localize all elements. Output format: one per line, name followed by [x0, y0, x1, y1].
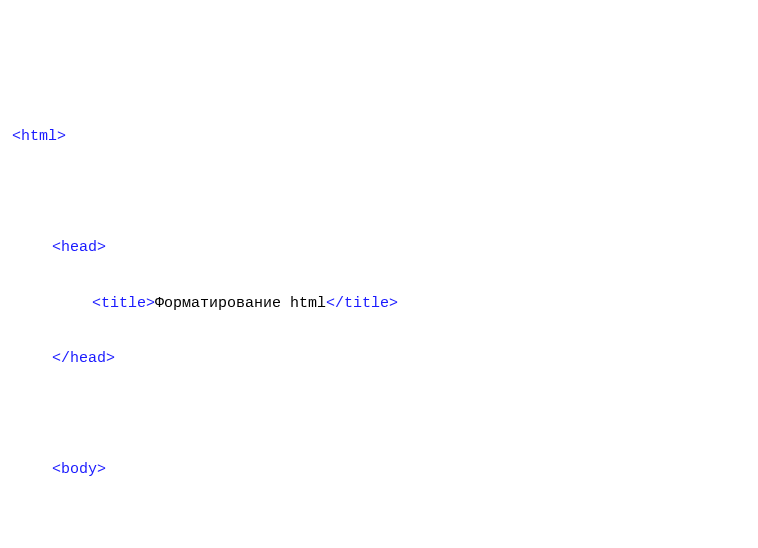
tag-head-close: </head>: [52, 350, 115, 367]
tag-title-open: <title>: [92, 295, 155, 312]
blank-line: [12, 401, 746, 429]
tag-html-open: <html>: [12, 128, 66, 145]
code-block: <html> <head> <title>Форматирование html…: [12, 95, 746, 548]
blank-line: [12, 179, 746, 207]
line-title: <title>Форматирование html</title>: [12, 290, 746, 318]
tag-title-close: </title>: [326, 295, 398, 312]
line-body-open: <body>: [12, 456, 746, 484]
title-text: Форматирование html: [155, 295, 326, 312]
blank-line: [12, 512, 746, 540]
tag-head-open: <head>: [52, 239, 106, 256]
line-head-close: </head>: [12, 345, 746, 373]
line-html-open: <html>: [12, 123, 746, 151]
line-head-open: <head>: [12, 234, 746, 262]
tag-body-open: <body>: [52, 461, 106, 478]
